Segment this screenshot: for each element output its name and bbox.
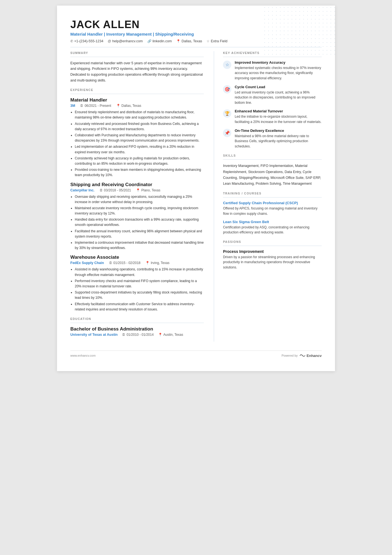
summary-divider (70, 57, 204, 57)
edu-location: 📍 Austin, Texas (158, 333, 183, 337)
list-item: Facilitated the annual inventory count, … (75, 229, 204, 239)
list-item: Led implementation of an advanced FIFO s… (75, 144, 204, 155)
extra-text: Extra Field (211, 39, 227, 43)
location-text: Dallas, Texas (182, 39, 202, 43)
job-1-meta: 3M 🗓 06/2021 - Present 📍 Dallas, Texas (70, 104, 204, 108)
two-col-layout: SUMMARY Experienced material handler wit… (70, 51, 322, 342)
linkedin-text: linkedin.com (153, 39, 172, 43)
calendar-icon-2: 🗓 (100, 188, 103, 192)
header: JACK ALLEN Material Handler | Inventory … (70, 19, 322, 43)
achievement-4: 📌 On-Time Delivery Excellence Maintained… (223, 129, 322, 149)
enhancv-logo-icon (299, 354, 306, 357)
skills-section: SKILLS Inventory Management, FIFO Implem… (223, 154, 322, 187)
education-divider (70, 323, 204, 323)
achievement-1: ☆ Improved Inventory Accuracy Implemente… (223, 60, 322, 81)
achievement-3-icon-wrap: 🏆 (223, 109, 231, 118)
job-1-location: 📍 Dallas, Texas (116, 104, 141, 108)
email-icon: @ (108, 39, 111, 43)
brand-name: Enhancv (307, 354, 322, 358)
training-divider (223, 197, 322, 198)
achievement-2-title: Cycle Count Lead (235, 85, 322, 89)
powered-by-text: Powered by (282, 354, 298, 357)
contact-phone: ✆ +1-(234)-555-1234 (70, 39, 103, 43)
training-2-title: Lean Six Sigma Green Belt (223, 220, 322, 224)
achievement-1-title: Improved Inventory Accuracy (235, 60, 322, 65)
achievement-3-content: Enhanced Material Turnover Led the initi… (235, 109, 322, 124)
achievement-1-icon-wrap: ☆ (223, 61, 231, 69)
contact-bar: ✆ +1-(234)-555-1234 @ help@enhancv.com 🔗… (70, 39, 322, 43)
achievement-1-content: Improved Inventory Accuracy Implemented … (235, 60, 322, 81)
job-1-company: 3M (70, 104, 75, 108)
achievements-label: KEY ACHIEVEMENTS (223, 51, 322, 55)
job-2-meta: Caterpillar Inc. 🗓 03/2018 - 05/2021 📍 P… (70, 188, 204, 192)
list-item: Implemented a continuous improvement ini… (75, 240, 204, 251)
calendar-icon-3: 🗓 (109, 261, 112, 265)
skills-label: SKILLS (223, 154, 322, 157)
list-item: Maintained accurate inventory records th… (75, 206, 204, 216)
achievements-divider (223, 57, 322, 57)
trophy-achievement-icon: 🏆 (225, 111, 230, 116)
contact-extra: ☆ Extra Field (207, 39, 227, 43)
summary-text: Experienced material handler with over 5… (70, 60, 204, 83)
passions-label: PASSIONS (223, 240, 322, 243)
list-item: Oversaw daily shipping and receiving ope… (75, 194, 204, 205)
achievement-3-desc: Led the initiative to re-organize stockr… (235, 114, 322, 124)
email-text: help@enhancv.com (112, 39, 143, 43)
achievement-3: 🏆 Enhanced Material Turnover Led the ini… (223, 109, 322, 124)
calendar-icon: 🗓 (80, 104, 83, 108)
star-achievement-icon: ☆ (225, 62, 229, 67)
footer-powered-by: Powered by Enhancv (282, 354, 322, 358)
job-1-bullets: Ensured timely replenishment and distrib… (75, 110, 204, 178)
achievement-2-desc: Led annual inventory cycle count, achiev… (235, 90, 322, 105)
list-item: Supported cross-department initiatives b… (75, 290, 204, 300)
passions-section: PASSIONS Process Improvement Driven by a… (223, 240, 322, 270)
achievement-3-title: Enhanced Material Turnover (235, 109, 322, 113)
enhancv-logo: Enhancv (299, 354, 322, 358)
linkedin-icon: 🔗 (147, 39, 152, 43)
job-3-bullets: Assisted in daily warehousing operations… (75, 267, 204, 312)
edu-meta: University of Texas at Austin 🗓 01/2010 … (70, 333, 204, 337)
achievement-4-content: On-Time Delivery Excellence Maintained a… (235, 129, 322, 149)
training-1-desc: Offered by APICS, focusing on managing m… (223, 206, 322, 216)
summary-section: SUMMARY Experienced material handler wit… (70, 51, 204, 83)
edu-dates: 🗓 01/2010 - 01/2014 (122, 333, 153, 337)
candidate-title: Material Handler | Inventory Management … (70, 32, 322, 36)
achievement-2: 🎯 Cycle Count Lead Led annual inventory … (223, 85, 322, 105)
target-achievement-icon: 🎯 (225, 87, 230, 92)
job-3-title: Warehouse Associate (70, 255, 204, 260)
list-item: Handled data entry for stockroom transac… (75, 217, 204, 228)
list-item: Effectively facilitated communication wi… (75, 302, 204, 312)
achievement-4-desc: Maintained a 98% on-time material delive… (235, 134, 322, 149)
list-item: Collaborated with Purchasing and Manufac… (75, 133, 204, 143)
training-label: TRAINING / COURSES (223, 192, 322, 195)
list-item: Ensured timely replenishment and distrib… (75, 110, 204, 120)
phone-icon: ✆ (70, 39, 73, 43)
training-1-title: Certified Supply Chain Professional (CSC… (223, 201, 322, 205)
achievements-section: KEY ACHIEVEMENTS ☆ Improved Inventory Ac… (223, 51, 322, 149)
training-2: Lean Six Sigma Green Belt Certification … (223, 220, 322, 235)
location-icon-2: 📍 (136, 188, 140, 192)
achievement-4-icon-wrap: 📌 (223, 129, 231, 137)
job-3-dates: 🗓 01/2015 - 02/2018 (109, 261, 140, 265)
contact-email: @ help@enhancv.com (108, 39, 143, 43)
job-2-title: Shipping and Receiving Coordinator (70, 182, 204, 188)
training-2-desc: Certification provided by ASQ, concentra… (223, 225, 322, 235)
pin-achievement-icon: 📌 (225, 130, 230, 135)
list-item: Assisted in daily warehousing operations… (75, 267, 204, 277)
job-2: Shipping and Receiving Coordinator Cater… (70, 182, 204, 251)
passion-title: Process Improvement (223, 249, 322, 254)
job-3: Warehouse Associate FedEx Supply Chain 🗓… (70, 255, 204, 312)
job-2-location: 📍 Plano, Texas (136, 188, 160, 192)
candidate-name: JACK ALLEN (70, 19, 322, 31)
achievement-4-title: On-Time Delivery Excellence (235, 129, 322, 133)
list-item: Performed inventory checks and maintaine… (75, 278, 204, 289)
job-3-meta: FedEx Supply Chain 🗓 01/2015 - 02/2018 📍… (70, 261, 204, 265)
education-section: EDUCATION Bachelor of Business Administr… (70, 317, 204, 337)
experience-label: EXPERIENCE (70, 88, 204, 92)
passions-divider (223, 246, 322, 246)
skills-divider (223, 159, 322, 160)
list-item: Accurately retrieved and processed finis… (75, 121, 204, 132)
header-divider (70, 47, 322, 47)
list-item: Provided cross-training to new team memb… (75, 167, 204, 178)
job-1-dates: 🗓 06/2021 - Present (80, 104, 111, 108)
